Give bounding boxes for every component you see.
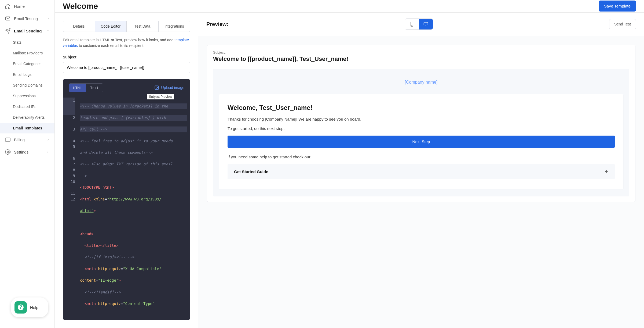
sidebar-label: Home: [14, 4, 25, 9]
device-toggle: [405, 18, 433, 30]
chevron-down-icon: [46, 29, 50, 32]
sidebar-item-email-templates[interactable]: Email Templates: [0, 123, 54, 133]
sidebar-item-deliverability-alerts[interactable]: Deliverability Alerts: [0, 112, 54, 123]
sidebar-item-stats[interactable]: Stats: [0, 37, 54, 48]
editor-text-tab[interactable]: Text: [86, 84, 103, 92]
mobile-icon: [409, 21, 415, 27]
arrow-right-icon: [604, 169, 608, 174]
preview-guide-label: Get Started Guide: [234, 169, 268, 174]
svg-rect-0: [6, 17, 10, 20]
sidebar-label: Settings: [14, 150, 28, 154]
mail-icon: [5, 16, 11, 21]
gear-icon: [5, 149, 11, 155]
svg-point-2: [7, 151, 9, 153]
page-header: Welcome Save Template: [55, 0, 644, 13]
editor-format-toggle: HTML Text: [69, 83, 103, 92]
sidebar-item-mailbox-providers[interactable]: Mailbox Providers: [0, 48, 54, 58]
preview-stage: Subject: Welcome to [[product_name]], Te…: [198, 36, 644, 328]
credit-card-icon: [5, 137, 11, 143]
svg-rect-1: [5, 138, 10, 141]
help-button[interactable]: Help: [11, 297, 48, 317]
device-desktop-button[interactable]: [419, 19, 433, 29]
sidebar-item-home[interactable]: Home: [0, 0, 54, 12]
preview-card: Welcome, Test_User_name! Thanks for choo…: [219, 94, 623, 189]
preview-subject-label: Subject:: [213, 50, 629, 54]
desktop-icon: [423, 21, 429, 27]
preview-toolbar: Preview: Send Test: [198, 13, 644, 36]
help-icon: [14, 301, 27, 314]
editor-html-tab[interactable]: HTML: [69, 84, 86, 92]
template-tabs: Details Code Editor Test Data Integratio…: [63, 21, 190, 32]
editor-column: Details Code Editor Test Data Integratio…: [55, 13, 198, 328]
sidebar-item-billing[interactable]: Billing: [0, 133, 54, 146]
chevron-right-icon: [46, 17, 50, 20]
sidebar-item-sending-domains[interactable]: Sending Domains: [0, 80, 54, 91]
page-title: Welcome: [63, 2, 98, 11]
upload-icon: [154, 85, 159, 90]
code-gutter: 1 2 3 4 5 6 7 8: [63, 96, 79, 320]
upload-image-button[interactable]: Upload image: [154, 85, 184, 90]
svg-point-4: [156, 87, 156, 87]
code-content[interactable]: <!-- Change values in [brackets] in the …: [79, 96, 190, 320]
sidebar-item-dedicated-ips[interactable]: Dedicated IPs: [0, 101, 54, 112]
sidebar-label: Email Sending: [14, 29, 42, 33]
subject-label: Subject: [63, 55, 190, 59]
code-area[interactable]: 1 2 3 4 5 6 7 8: [63, 96, 190, 320]
chevron-right-icon: [46, 150, 50, 154]
sidebar-item-email-logs[interactable]: Email Logs: [0, 69, 54, 80]
preview-paragraph: Thanks for choosing [Company Name]! We a…: [228, 117, 615, 121]
sidebar-item-email-categories[interactable]: Email Categories: [0, 58, 54, 69]
send-icon: [5, 28, 11, 34]
sidebar: Home Email Testing Email Sending Stats M…: [0, 0, 55, 328]
preview-label: Preview:: [206, 21, 228, 27]
svg-point-6: [412, 25, 412, 26]
subject-input[interactable]: [63, 62, 190, 73]
home-icon: [5, 3, 11, 9]
sidebar-item-suppressions[interactable]: Suppressions: [0, 91, 54, 101]
preview-subject-value: Welcome to [[product_name]], Test_User_n…: [213, 55, 629, 62]
preview-frame: Subject: Welcome to [[product_name]], Te…: [207, 45, 635, 202]
tab-code-editor[interactable]: Code Editor: [95, 21, 127, 32]
preview-column: Preview: Send Test Subject: Welc: [198, 13, 644, 328]
preview-body: [Company name] Welcome, Test_User_name! …: [213, 69, 629, 196]
preview-company-name: [Company name]: [219, 80, 623, 85]
subject-preview-tooltip: Subject Preview: [147, 94, 174, 99]
sidebar-label: Email Testing: [14, 16, 38, 21]
preview-guide-link[interactable]: Get Started Guide: [228, 164, 615, 179]
send-test-button[interactable]: Send Test: [609, 19, 636, 29]
sidebar-item-settings[interactable]: Settings: [0, 146, 54, 158]
preview-paragraph: To get started, do this next step:: [228, 126, 615, 131]
preview-heading: Welcome, Test_User_name!: [228, 104, 615, 111]
sidebar-item-email-sending[interactable]: Email Sending: [0, 25, 54, 37]
tab-integrations[interactable]: Integrations: [159, 21, 190, 32]
tab-test-data[interactable]: Test Data: [127, 21, 159, 32]
helper-text: Edit email template in HTML or Text, pre…: [63, 37, 190, 49]
device-mobile-button[interactable]: [405, 19, 419, 29]
preview-next-step-button[interactable]: Next Step: [228, 136, 615, 148]
code-editor: HTML Text Upload image Subject Preview 1: [63, 79, 190, 320]
sidebar-label: Billing: [14, 137, 25, 142]
preview-paragraph: If you need some help to get started che…: [228, 155, 615, 159]
save-template-button[interactable]: Save Template: [599, 1, 636, 12]
chevron-right-icon: [46, 138, 50, 141]
help-label: Help: [30, 305, 38, 310]
svg-rect-7: [424, 23, 428, 25]
tab-details[interactable]: Details: [63, 21, 95, 32]
sidebar-item-email-testing[interactable]: Email Testing: [0, 12, 54, 25]
